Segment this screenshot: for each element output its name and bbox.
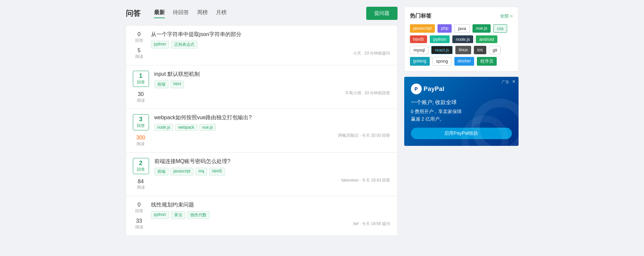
read-label: 阅读 xyxy=(137,185,145,190)
answer-label: 回答 xyxy=(135,209,143,214)
ad-label: 广告 xyxy=(502,79,509,85)
question-item: 0回答5阅读从一个字符串中提取json字符串的部分python正则表达式小天 ·… xyxy=(126,25,397,65)
card-header: 热门标签 全部 > xyxy=(410,12,513,20)
tags-grid: javascriptphpjavavue.jscsshtml5pythonnod… xyxy=(410,24,513,66)
question-item: 0回答33阅读线性规划约束问题python算法线性代数twf · 今天 18:5… xyxy=(126,196,397,236)
tag[interactable]: mq xyxy=(195,168,207,175)
question-body: 线性规划约束问题python算法线性代数twf · 今天 18:56 提问 xyxy=(151,201,390,227)
tag[interactable]: webpack xyxy=(175,124,197,131)
answer-label: 回答 xyxy=(137,123,145,129)
read-count: 84 xyxy=(138,178,144,185)
question-body: input 默认联想机制前端html不死小强 · 33 分钟前回答 xyxy=(154,71,390,96)
hot-tag[interactable]: html5 xyxy=(410,35,427,43)
main-content: 问答 最新待回答周榜月榜 提问题 0回答5阅读从一个字符串中提取json字符串的… xyxy=(126,7,397,236)
hot-tag[interactable]: golang xyxy=(410,57,430,66)
read-label: 阅读 xyxy=(137,141,145,147)
question-tags: node.jswebpackvue.js xyxy=(154,124,390,131)
hot-tag[interactable]: node.js xyxy=(452,35,473,43)
paypal-icon: P xyxy=(411,84,422,94)
view-all-link[interactable]: 全部 > xyxy=(500,13,513,19)
question-item: 3回答300阅读webpack如何按照vue路由独立打包输出?node.jswe… xyxy=(126,108,397,152)
question-meta: 小天 · 33 分钟前提问 xyxy=(353,51,390,56)
question-footer: 阿银历险记 · 今天 20:00 回答 xyxy=(154,133,390,138)
hot-tag[interactable]: spring xyxy=(432,57,452,66)
question-title[interactable]: 前端连接MQ账号密码怎么处理? xyxy=(154,158,390,165)
hot-tag[interactable]: ios xyxy=(474,46,486,54)
question-footer: fakenews · 今天 19:43 回答 xyxy=(154,178,390,183)
hot-tag[interactable]: 程序员 xyxy=(477,57,497,66)
hot-tag[interactable]: docker xyxy=(454,57,474,66)
hot-tag[interactable]: javascript xyxy=(410,24,435,33)
answer-count: 0 xyxy=(138,31,141,38)
tag[interactable]: javascript xyxy=(171,168,194,175)
question-tags: python算法线性代数 xyxy=(151,211,390,219)
tag[interactable]: html5 xyxy=(209,168,225,175)
read-stat: 30阅读 xyxy=(137,91,145,103)
question-footer: twf · 今天 18:56 提问 xyxy=(151,221,390,227)
read-count: 5 xyxy=(138,47,141,54)
question-stats: 0回答33阅读 xyxy=(133,201,146,230)
question-tags: 前端javascriptmqhtml5 xyxy=(154,168,390,175)
tag[interactable]: node.js xyxy=(154,124,174,131)
question-stats: 3回答300阅读 xyxy=(133,114,149,147)
tag[interactable]: 前端 xyxy=(154,81,168,88)
hot-tag[interactable]: css xyxy=(493,24,507,33)
section-header: 问答 最新待回答周榜月榜 提问题 xyxy=(126,7,397,20)
hot-tag[interactable]: php xyxy=(438,24,452,33)
answer-count: 0 xyxy=(138,201,141,209)
read-count: 300 xyxy=(136,134,145,141)
ad-card: 广告 ✕ P PayPal 一个账户, 收款全球 0 费用开户，享卖家保障 赢逾… xyxy=(404,77,519,146)
question-meta: 阿银历险记 · 今天 20:00 回答 xyxy=(338,133,390,138)
ask-button[interactable]: 提问题 xyxy=(366,7,397,20)
hot-tag[interactable]: java xyxy=(454,24,470,33)
tag[interactable]: python xyxy=(151,41,169,49)
nav-tab-weekly[interactable]: 周榜 xyxy=(197,9,208,18)
nav-tab-monthly[interactable]: 月榜 xyxy=(216,9,227,18)
hot-tag[interactable]: mysql xyxy=(410,46,429,54)
paypal-brand: PayPal xyxy=(424,86,445,93)
question-item: 1回答30阅读input 默认联想机制前端html不死小强 · 33 分钟前回答 xyxy=(126,65,397,108)
question-meta: twf · 今天 18:56 提问 xyxy=(353,221,390,227)
ad-cta-button[interactable]: 启用PayPal收款 xyxy=(411,128,512,139)
question-title[interactable]: input 默认联想机制 xyxy=(154,71,390,78)
ad-headline: 一个账户, 收款全球 xyxy=(411,98,512,106)
tag[interactable]: 前端 xyxy=(154,168,168,175)
question-title[interactable]: 从一个字符串中提取json字符串的部分 xyxy=(151,31,390,38)
nav-tab-latest[interactable]: 最新 xyxy=(154,9,165,18)
page-title: 问答 xyxy=(126,8,141,19)
hot-tag[interactable]: git xyxy=(489,46,501,54)
tag[interactable]: 算法 xyxy=(171,211,185,219)
read-count: 33 xyxy=(136,218,142,225)
hot-tags-title: 热门标签 xyxy=(410,12,431,20)
hot-tag[interactable]: android xyxy=(476,35,497,43)
tag[interactable]: python xyxy=(151,211,169,219)
tag[interactable]: html xyxy=(171,81,184,88)
question-stats: 2回答84阅读 xyxy=(133,158,149,190)
nav-tab-pending[interactable]: 待回答 xyxy=(173,9,189,18)
answer-count: 1 xyxy=(139,72,142,79)
question-list: 0回答5阅读从一个字符串中提取json字符串的部分python正则表达式小天 ·… xyxy=(126,25,397,236)
ad-close-icon[interactable]: ✕ xyxy=(512,79,516,84)
question-title[interactable]: 线性规划约束问题 xyxy=(151,201,390,209)
tag[interactable]: vue.js xyxy=(199,124,216,131)
paypal-logo: P PayPal xyxy=(411,84,512,94)
question-body: 前端连接MQ账号密码怎么处理?前端javascriptmqhtml5fakene… xyxy=(154,158,390,183)
question-meta: fakenews · 今天 19:43 回答 xyxy=(341,178,390,183)
hot-tag[interactable]: vue.js xyxy=(472,24,491,33)
hot-tag[interactable]: react.js xyxy=(431,46,453,54)
read-label: 阅读 xyxy=(137,98,145,103)
question-footer: 小天 · 33 分钟前提问 xyxy=(151,51,390,56)
read-stat: 300阅读 xyxy=(136,134,145,147)
question-tags: python正则表达式 xyxy=(151,41,390,49)
tag[interactable]: 正则表达式 xyxy=(171,41,197,49)
nav-tabs: 最新待回答周榜月榜 xyxy=(154,9,366,18)
question-item: 2回答84阅读前端连接MQ账号密码怎么处理?前端javascriptmqhtml… xyxy=(126,152,397,196)
hot-tag[interactable]: linux xyxy=(455,46,471,54)
answer-stat: 0回答 xyxy=(135,201,143,214)
hot-tag[interactable]: python xyxy=(430,35,450,43)
question-body: 从一个字符串中提取json字符串的部分python正则表达式小天 · 33 分钟… xyxy=(151,31,390,56)
tag[interactable]: 线性代数 xyxy=(187,211,210,219)
answer-count: 3 xyxy=(139,116,142,123)
question-title[interactable]: webpack如何按照vue路由独立打包输出? xyxy=(154,114,390,121)
read-stat: 84阅读 xyxy=(137,178,145,190)
